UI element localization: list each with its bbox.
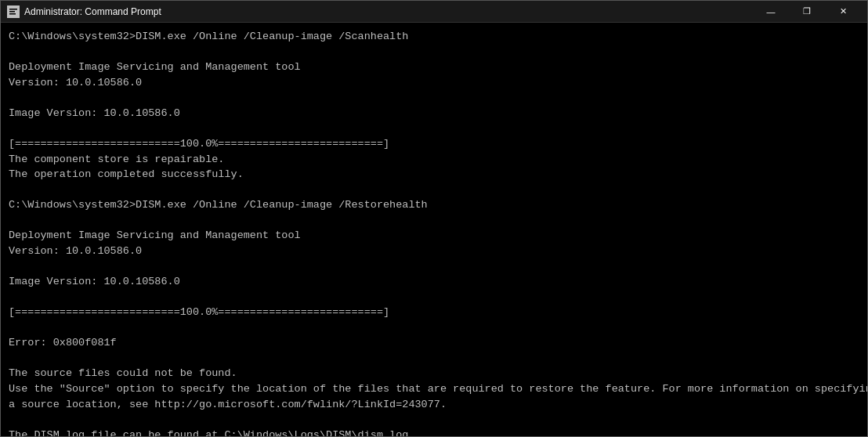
minimize-button[interactable]: — (753, 1, 789, 23)
console-line (9, 121, 859, 136)
console-line: Deployment Image Servicing and Managemen… (9, 60, 859, 75)
console-line (9, 182, 859, 198)
console-line: Version: 10.0.10586.0 (9, 75, 859, 91)
console-line: The component store is repairable. (9, 152, 859, 168)
console-line: The operation completed successfully. (9, 167, 859, 182)
console-line: The source files could not be found. (9, 366, 859, 381)
svg-rect-3 (9, 13, 16, 15)
app-icon (7, 5, 20, 18)
console-line: Deployment Image Servicing and Managemen… (9, 228, 859, 244)
console-line (9, 290, 859, 305)
console-line: a source location, see http://go.microso… (9, 397, 859, 413)
titlebar: Administrator: Command Prompt — ❐ ✕ (1, 1, 867, 23)
console-line: Version: 10.0.10586.0 (9, 244, 859, 259)
svg-rect-1 (9, 9, 17, 10)
console-line (9, 90, 859, 106)
console-line: Use the "Source" option to specify the l… (9, 381, 859, 397)
console-line (9, 351, 859, 367)
console-line: Image Version: 10.0.10586.0 (9, 106, 859, 121)
restore-button[interactable]: ❐ (789, 1, 825, 23)
console-line: Image Version: 10.0.10586.0 (9, 274, 859, 290)
console-line (9, 412, 859, 428)
window-controls: — ❐ ✕ (753, 1, 861, 23)
console-line: The DISM log file can be found at C:\Win… (9, 428, 859, 436)
console-line: C:\Windows\system32>DISM.exe /Online /Cl… (9, 197, 859, 213)
console-line (9, 45, 859, 60)
svg-rect-2 (9, 11, 15, 13)
console-output: C:\Windows\system32>DISM.exe /Online /Cl… (1, 23, 867, 436)
console-line: [==========================100.0%=======… (9, 305, 859, 320)
window: Administrator: Command Prompt — ❐ ✕ C:\W… (0, 0, 868, 437)
console-line: [==========================100.0%=======… (9, 136, 859, 152)
close-button[interactable]: ✕ (825, 1, 861, 23)
console-line: C:\Windows\system32>DISM.exe /Online /Cl… (9, 29, 859, 45)
console-line (9, 320, 859, 336)
console-line (9, 213, 859, 229)
console-line (9, 258, 859, 274)
window-title: Administrator: Command Prompt (24, 6, 753, 17)
console-line: Error: 0x800f081f (9, 335, 859, 351)
